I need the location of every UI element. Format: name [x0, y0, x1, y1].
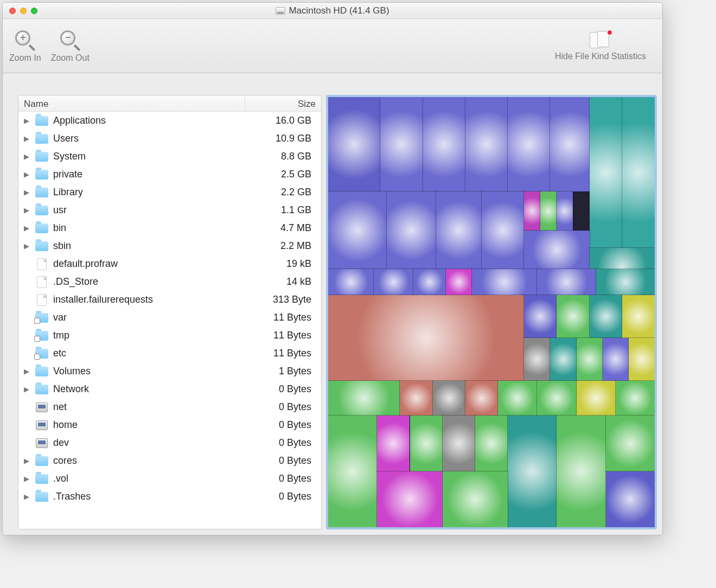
disclosure-triangle-icon[interactable]: ▶ [23, 117, 30, 125]
treemap-region[interactable] [374, 269, 413, 295]
treemap-region[interactable] [590, 97, 622, 248]
zoom-out-button[interactable]: − Zoom Out [51, 29, 90, 63]
treemap-region[interactable] [622, 295, 655, 338]
table-row[interactable]: ▶System8.8 GB [18, 148, 321, 165]
table-row[interactable]: ▶usr1.1 GB [18, 201, 321, 219]
column-name[interactable]: Name [18, 95, 245, 111]
table-row[interactable]: home0 Bytes [18, 416, 321, 434]
treemap-region[interactable] [328, 191, 387, 269]
disclosure-triangle-icon[interactable]: ▶ [23, 475, 30, 483]
table-row[interactable]: .DS_Store14 kB [18, 273, 321, 291]
disclosure-triangle-icon[interactable]: ▶ [23, 170, 30, 178]
treemap-region[interactable] [603, 338, 629, 381]
treemap-region[interactable] [443, 416, 475, 471]
treemap-region[interactable] [508, 416, 557, 527]
table-row[interactable]: var11 Bytes [18, 309, 321, 327]
disclosure-triangle-icon[interactable]: ▶ [23, 367, 30, 375]
treemap-region[interactable] [377, 471, 442, 527]
treemap-region[interactable] [616, 381, 655, 415]
treemap-region[interactable] [629, 338, 655, 381]
table-row[interactable]: ▶sbin2.2 MB [18, 237, 321, 255]
treemap-region[interactable] [577, 338, 603, 381]
table-row[interactable]: ▶.vol0 Bytes [18, 470, 321, 488]
table-row[interactable]: dev0 Bytes [18, 434, 321, 452]
treemap-region[interactable] [433, 381, 465, 415]
treemap-region[interactable] [465, 381, 498, 415]
table-row[interactable]: ▶cores0 Bytes [18, 452, 321, 470]
disclosure-triangle-icon[interactable]: ▶ [23, 224, 30, 232]
treemap-region[interactable] [387, 191, 436, 269]
table-row[interactable]: ▶private2.5 GB [18, 165, 321, 183]
table-row[interactable]: installer.failurerequests313 Byte [18, 291, 321, 309]
treemap-region[interactable] [328, 269, 374, 295]
treemap-region[interactable] [377, 416, 410, 471]
treemap-region[interactable] [540, 191, 557, 230]
minimize-button[interactable] [20, 8, 27, 14]
zoom-button[interactable] [31, 8, 37, 14]
treemap-view[interactable] [326, 95, 657, 529]
file-rows[interactable]: ▶Applications16.0 GB▶Users10.9 GB▶System… [18, 112, 321, 529]
disclosure-triangle-icon[interactable]: ▶ [23, 242, 30, 250]
table-row[interactable]: etc11 Bytes [18, 344, 321, 362]
treemap-region[interactable] [557, 416, 605, 527]
folder-icon [35, 187, 49, 198]
table-row[interactable]: ▶Applications16.0 GB [18, 112, 321, 130]
table-row[interactable]: ▶Network0 Bytes [18, 380, 321, 398]
treemap-region[interactable] [465, 97, 508, 191]
disclosure-triangle-icon[interactable]: ▶ [23, 385, 30, 393]
treemap-region[interactable] [577, 381, 616, 415]
treemap-region[interactable] [524, 191, 540, 230]
treemap-region[interactable] [482, 191, 524, 269]
treemap-region[interactable] [328, 295, 524, 381]
table-row[interactable]: default.profraw19 kB [18, 255, 321, 273]
treemap-region[interactable] [328, 97, 380, 191]
table-row[interactable]: ▶.Trashes0 Bytes [18, 488, 321, 506]
table-row[interactable]: tmp11 Bytes [18, 327, 321, 344]
hide-stats-button[interactable]: Hide File Kind Statistics [555, 31, 646, 61]
treemap-region[interactable] [380, 97, 423, 191]
treemap-region[interactable] [436, 191, 482, 269]
table-row[interactable]: ▶Volumes1 Bytes [18, 362, 321, 380]
treemap-region[interactable] [550, 97, 589, 191]
disclosure-triangle-icon[interactable]: ▶ [23, 188, 30, 196]
treemap-region[interactable] [410, 416, 443, 471]
table-row[interactable]: ▶Users10.9 GB [18, 130, 321, 148]
treemap-region[interactable] [590, 295, 622, 338]
treemap-region[interactable] [328, 416, 377, 527]
treemap-region[interactable] [400, 381, 432, 415]
treemap-region[interactable] [550, 338, 576, 381]
treemap-region[interactable] [524, 338, 550, 381]
treemap-region[interactable] [557, 295, 589, 338]
treemap-region[interactable] [423, 97, 465, 191]
disclosure-triangle-icon[interactable]: ▶ [23, 206, 30, 214]
treemap-region[interactable] [537, 381, 576, 415]
table-row[interactable]: ▶bin4.7 MB [18, 219, 321, 237]
treemap-region[interactable] [328, 381, 400, 415]
treemap-region[interactable] [557, 191, 573, 230]
treemap-region[interactable] [606, 471, 655, 527]
disclosure-triangle-icon[interactable]: ▶ [23, 152, 30, 161]
treemap-region[interactable] [443, 471, 508, 527]
disclosure-triangle-icon[interactable]: ▶ [23, 493, 30, 501]
window-title-text: Macintosh HD (41.4 GB) [289, 5, 389, 16]
disclosure-triangle-icon[interactable]: ▶ [23, 457, 30, 465]
column-size[interactable]: Size [245, 95, 321, 111]
treemap-region[interactable] [498, 381, 537, 415]
zoom-in-button[interactable]: + Zoom In [9, 29, 41, 63]
treemap-region[interactable] [524, 231, 589, 269]
table-row[interactable]: net0 Bytes [18, 398, 321, 416]
treemap-region[interactable] [446, 269, 472, 295]
table-row[interactable]: ▶Library2.2 GB [18, 183, 321, 201]
treemap-region[interactable] [475, 416, 508, 471]
close-button[interactable] [9, 8, 16, 14]
treemap-region[interactable] [606, 416, 655, 471]
treemap-region[interactable] [413, 269, 446, 295]
statistics-icon [590, 31, 611, 49]
treemap-region[interactable] [472, 269, 537, 295]
disclosure-triangle-icon[interactable]: ▶ [23, 135, 30, 143]
treemap-region[interactable] [622, 97, 655, 248]
treemap-region[interactable] [524, 295, 557, 338]
treemap-region[interactable] [596, 269, 655, 295]
treemap-region[interactable] [537, 269, 596, 295]
treemap-region[interactable] [508, 97, 550, 191]
